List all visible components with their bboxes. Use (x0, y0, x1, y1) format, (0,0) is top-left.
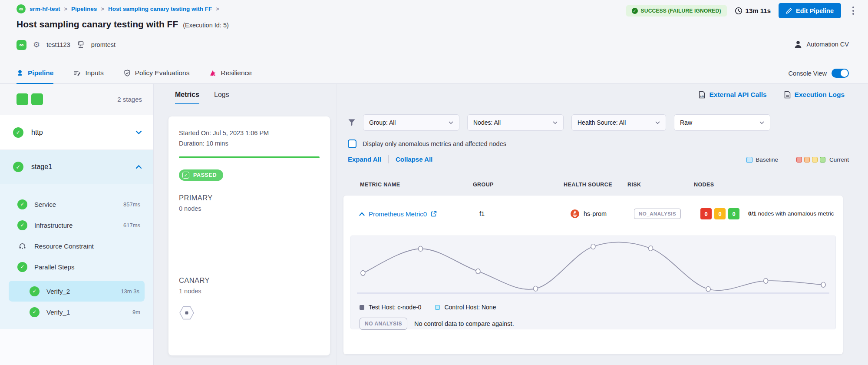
stage-minimap: 2 stages (0, 84, 153, 115)
canary-node-hexagon[interactable] (179, 306, 195, 322)
pipeline-icon (17, 70, 23, 76)
risk-cell: NO_ANALYSIS (634, 196, 681, 232)
triggered-by: Automation CV (794, 40, 849, 48)
edit-pipeline-button[interactable]: Edit Pipeline (779, 3, 841, 18)
stages-sidebar: 2 stages ✓ http ✓ stage1 ✓ Service 857ms… (0, 84, 154, 365)
step-row-verify-2[interactable]: ✓ Verify_2 13m 3s (9, 281, 145, 302)
environment-name: promtest (91, 41, 116, 48)
collapse-chevron-up-icon[interactable] (359, 212, 365, 216)
status-badge-label: SUCCESS (FAILURE IGNORED) (641, 8, 721, 14)
user-avatar-icon (794, 40, 802, 48)
anomalous-checkbox-label: Display only anomalous metrics and affec… (363, 140, 506, 147)
canary-group-label: CANARY (179, 276, 320, 285)
nodes-filter-dropdown[interactable]: Nodes: All (467, 114, 564, 131)
stage-row-stage1[interactable]: ✓ stage1 (0, 150, 153, 184)
page-title: Host sampling canary testing with FF (17, 19, 178, 30)
tab-pipeline[interactable]: Pipeline (17, 63, 53, 84)
step-row-service[interactable]: ✓ Service 857ms (0, 194, 153, 215)
health-source-cell: hs-prom (570, 196, 607, 232)
tab-resilience[interactable]: Resilience (209, 63, 252, 84)
chevron-up-icon[interactable] (135, 165, 142, 169)
tab-logs[interactable]: Logs (214, 91, 229, 104)
check-icon: ✓ (182, 172, 189, 179)
page-header: ∞ srm-hf-test > Pipelines > Host samplin… (0, 0, 868, 63)
current-legend-label: Current (829, 156, 849, 163)
breadcrumb-project[interactable]: srm-hf-test (30, 6, 60, 12)
step-row-infrastructure[interactable]: ✓ Infrastructure 617ms (0, 215, 153, 236)
user-label: Automation CV (806, 41, 849, 48)
metric-table-row: Prometheus Metric0 f1 hs-prom NO_ANALYSI… (343, 196, 843, 232)
execution-tabs: Metrics Logs (175, 91, 229, 104)
check-circle-icon: ✓ (30, 307, 40, 317)
hexagon-node-icon (179, 306, 195, 320)
baseline-legend-label: Baseline (756, 156, 778, 163)
execution-summary-card: Started On: Jul 5, 2023 1:06 PM Duration… (168, 116, 330, 355)
data-view-dropdown[interactable]: Raw (674, 114, 770, 131)
tab-inputs[interactable]: Inputs (73, 63, 103, 84)
breadcrumb-pipelines[interactable]: Pipelines (71, 6, 97, 12)
inputs-icon (73, 70, 81, 76)
health-source-label: hs-prom (584, 210, 607, 217)
primary-node-count: 0 nodes (179, 205, 320, 212)
test-host-swatch (360, 305, 364, 310)
step-row-resource-constraint[interactable]: Resource Constraint (0, 236, 153, 256)
metrics-table-header: METRIC NAME GROUP HEALTH SOURCE RISK NOD… (337, 182, 868, 190)
stage-row-http[interactable]: ✓ http (0, 115, 153, 150)
clock-icon (735, 7, 743, 15)
external-api-calls-link[interactable]: API External API Calls (698, 91, 767, 99)
metric-line-chart[interactable] (355, 240, 831, 299)
console-view-toggle[interactable] (832, 69, 849, 78)
title-row: Host sampling canary testing with FF (Ex… (17, 19, 229, 30)
analysis-message: No control data to compare against. (414, 320, 514, 327)
filter-row: Group: All Nodes: All Health Source: All… (348, 114, 778, 131)
anomalous-checkbox[interactable] (348, 139, 356, 148)
check-circle-icon: ✓ (13, 127, 23, 138)
more-options-button[interactable] (849, 4, 858, 17)
status-badge: ✓ SUCCESS (FAILURE IGNORED) (626, 5, 727, 17)
pipeline-execution-page: ∞ srm-hf-test > Pipelines > Host samplin… (0, 0, 868, 365)
metric-name-link[interactable]: Prometheus Metric0 (369, 210, 427, 218)
api-document-icon: API (698, 91, 706, 99)
expand-all-link[interactable]: Expand All (348, 156, 381, 163)
metric-chart-panel: Test Host: c-node-0 Control Host: None N… (350, 236, 836, 329)
current-red-swatch (796, 157, 802, 163)
resource-constraint-icon (17, 242, 27, 249)
step-duration: 9m (132, 309, 140, 315)
breadcrumb-separator-icon: > (216, 6, 219, 12)
step-duration: 857ms (123, 201, 140, 208)
no-analysis-badge: NO ANALYSIS (360, 318, 407, 330)
health-source-filter-dropdown[interactable]: Health Source: All (571, 114, 666, 131)
tab-metrics[interactable]: Metrics (175, 91, 199, 104)
filter-funnel-icon (348, 119, 356, 126)
external-link-icon[interactable] (431, 211, 437, 217)
check-circle-icon: ✓ (17, 199, 27, 209)
svg-text:API: API (700, 95, 704, 98)
logs-document-icon (784, 91, 791, 99)
group-filter-dropdown[interactable]: Group: All (363, 114, 459, 131)
chevron-down-icon (449, 121, 453, 124)
environment-icon (77, 41, 85, 49)
panel-links: API External API Calls Execution Logs (698, 91, 845, 99)
stage-square-1[interactable] (17, 93, 28, 105)
metric-group-cell: f1 (479, 196, 485, 232)
breadcrumb-pipeline-name[interactable]: Host sampling canary testing with FF (108, 6, 212, 12)
metric-card: Prometheus Metric0 f1 hs-prom NO_ANALYSI… (343, 196, 843, 354)
check-circle-icon: ✓ (17, 262, 27, 272)
duration-label: Duration: 10 mins (179, 140, 320, 147)
green-node-count-badge: 0 (728, 208, 739, 219)
yellow-node-count-badge: 0 (714, 208, 726, 219)
execution-summary-column: Metrics Logs Started On: Jul 5, 2023 1:0… (154, 84, 337, 365)
primary-group-label: PRIMARY (179, 194, 320, 202)
harness-logo-icon: ∞ (17, 4, 26, 13)
step-row-parallel-steps[interactable]: ✓ Parallel Steps (0, 256, 153, 277)
tab-policy-evaluations[interactable]: Policy Evaluations (124, 63, 190, 84)
success-check-icon: ✓ (632, 8, 638, 14)
collapse-all-link[interactable]: Collapse All (396, 156, 432, 163)
prometheus-icon (570, 209, 580, 219)
current-green-swatch (820, 157, 825, 163)
chevron-down-icon[interactable] (135, 130, 142, 135)
step-row-verify-1[interactable]: ✓ Verify_1 9m (0, 302, 153, 322)
red-node-count-badge: 0 (700, 208, 712, 219)
stage-square-2[interactable] (31, 93, 43, 105)
execution-logs-link[interactable]: Execution Logs (784, 91, 845, 99)
